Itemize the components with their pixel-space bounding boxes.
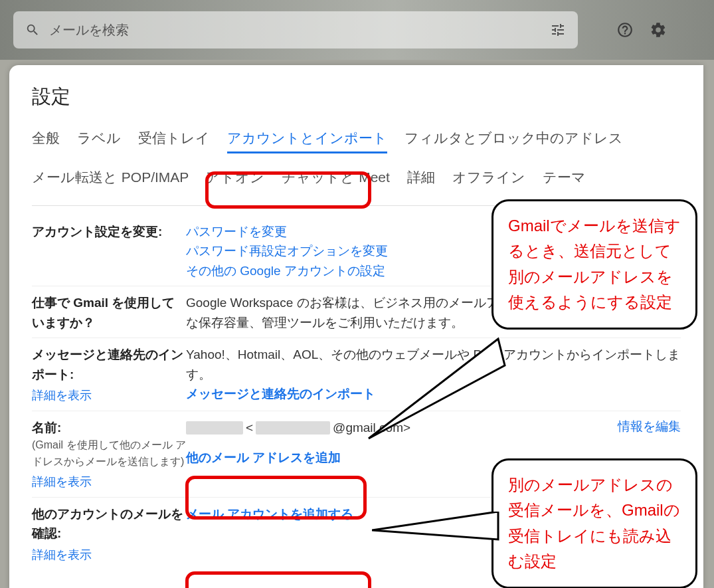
redacted-local	[256, 421, 330, 435]
redacted-name	[186, 421, 243, 435]
page-title: 設定	[32, 84, 681, 110]
row-label: 他のアカウントのメールを確認: 詳細を表示	[32, 504, 186, 565]
tab-chat[interactable]: チャットと Meet	[282, 168, 390, 191]
email-prefix: <	[246, 418, 253, 437]
highlight-box-add-account	[185, 571, 371, 588]
row-label: アカウント設定を変更:	[32, 222, 186, 280]
tab-offline[interactable]: オフライン	[452, 168, 525, 191]
tab-accounts-import[interactable]: アカウントとインポート	[227, 129, 387, 153]
callout-fetch-mail: 別のメールアドレスの受信メールを、Gmailの受信トレイにも読み込む設定	[491, 458, 697, 588]
tab-advanced[interactable]: 詳細	[407, 168, 435, 191]
tabs-row: 全般 ラベル 受信トレイ アカウントとインポート フィルタとブロック中のアドレス…	[32, 129, 681, 191]
row-label: 名前: (Gmail を使用して他のメール アドレスからメールを送信します) 詳…	[32, 418, 186, 492]
row-label-text: 名前:	[32, 421, 61, 435]
row-import: メッセージと連絡先のインポート: 詳細を表示 Yahoo!、Hotmail、AO…	[32, 338, 681, 411]
gear-icon[interactable]	[650, 21, 667, 39]
topbar	[0, 0, 714, 60]
callout-send-as: Gmailでメールを送信するとき、送信元として別のメールアドレスを使えるようにす…	[491, 199, 697, 330]
row-sublabel: (Gmail を使用して他のメール アドレスからメールを送信します)	[32, 437, 186, 470]
search-bar[interactable]	[13, 11, 578, 49]
tab-themes[interactable]: テーマ	[543, 168, 586, 191]
row-label-text: 他のアカウントのメールを確認:	[32, 507, 183, 540]
tab-addons[interactable]: アドオン	[206, 168, 264, 191]
callout-tail-2	[372, 512, 505, 554]
svg-marker-0	[369, 339, 505, 439]
link-more-name[interactable]: 詳細を表示	[32, 473, 186, 492]
link-more-other[interactable]: 詳細を表示	[32, 546, 186, 565]
tab-inbox[interactable]: 受信トレイ	[138, 129, 210, 153]
callout-tail-1	[369, 339, 508, 448]
search-input[interactable]	[40, 23, 550, 38]
help-icon[interactable]	[616, 21, 634, 39]
row-label: メッセージと連絡先のインポート: 詳細を表示	[32, 345, 186, 405]
tune-icon[interactable]	[550, 22, 566, 38]
link-more-import[interactable]: 詳細を表示	[32, 387, 186, 405]
tab-filters[interactable]: フィルタとブロック中のアドレス	[404, 129, 623, 153]
tab-general[interactable]: 全般	[32, 129, 60, 153]
row-label: 仕事で Gmail を使用していますか？	[32, 293, 186, 332]
row-label-text: メッセージと連絡先のインポート:	[32, 347, 183, 381]
link-add-mail-account[interactable]: メール アカウントを追加する	[186, 507, 353, 521]
tab-forwarding[interactable]: メール転送と POP/IMAP	[32, 168, 189, 191]
search-icon	[25, 23, 40, 37]
svg-marker-1	[372, 512, 498, 539]
tab-labels[interactable]: ラベル	[77, 129, 121, 153]
